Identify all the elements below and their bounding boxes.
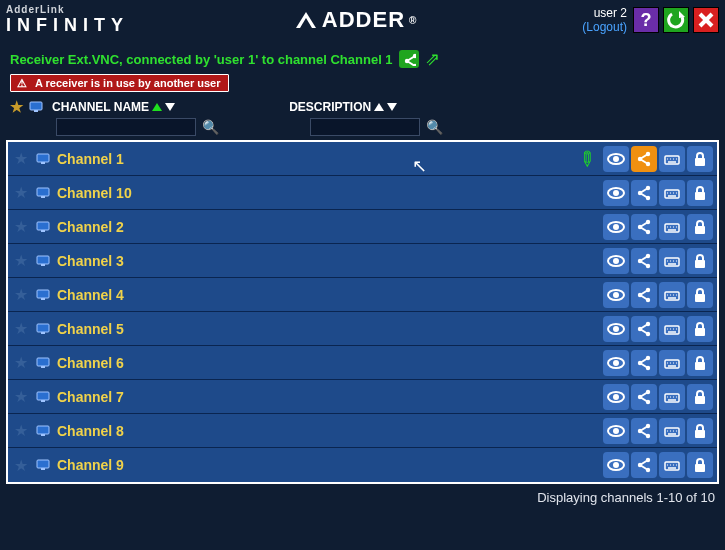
favorite-toggle[interactable]: ★ [14, 421, 30, 440]
table-row: ★Channel 4 [8, 278, 717, 312]
description-sort-asc[interactable] [374, 103, 384, 111]
monitor-column-icon[interactable] [29, 101, 44, 113]
control-button[interactable] [659, 384, 685, 410]
channel-name-header: CHANNEL NAME [52, 100, 149, 114]
view-button[interactable] [603, 214, 629, 240]
view-button[interactable] [603, 452, 629, 478]
favorite-toggle[interactable]: ★ [14, 285, 30, 304]
share-button[interactable] [631, 180, 657, 206]
control-button[interactable] [659, 418, 685, 444]
channel-name[interactable]: Channel 10 [57, 185, 597, 201]
description-search-icon[interactable]: 🔍 [426, 119, 443, 135]
monitor-icon [36, 323, 51, 335]
table-row: ★Channel 9 [8, 448, 717, 482]
channel-name[interactable]: Channel 9 [57, 457, 597, 473]
control-button[interactable] [659, 316, 685, 342]
private-button[interactable] [687, 146, 713, 172]
private-button[interactable] [687, 282, 713, 308]
favorite-toggle[interactable]: ★ [14, 149, 30, 168]
favorite-toggle[interactable]: ★ [14, 319, 30, 338]
refresh-icon [667, 11, 685, 29]
table-row: ★Channel 3 [8, 244, 717, 278]
description-sort-desc[interactable] [387, 103, 397, 111]
private-button[interactable] [687, 418, 713, 444]
control-button[interactable] [659, 452, 685, 478]
view-button[interactable] [603, 282, 629, 308]
private-button[interactable] [687, 350, 713, 376]
private-button[interactable] [687, 248, 713, 274]
user-block: user 2 (Logout) [582, 6, 627, 34]
favorite-toggle[interactable]: ★ [14, 251, 30, 270]
view-button[interactable] [603, 180, 629, 206]
table-row: ★Channel 8 [8, 414, 717, 448]
pagination-status: Displaying channels 1-10 of 10 [0, 484, 725, 505]
logout-link[interactable]: (Logout) [582, 20, 627, 34]
warning-icon: ⚠ [15, 76, 29, 90]
status-share-button[interactable] [399, 50, 419, 68]
table-row: ★Channel 5 [8, 312, 717, 346]
channel-filter-input[interactable] [56, 118, 196, 136]
connection-status: Receiver Ext.VNC, connected by 'user 1' … [10, 52, 393, 67]
view-button[interactable] [603, 248, 629, 274]
private-button[interactable] [687, 180, 713, 206]
view-button[interactable] [603, 350, 629, 376]
share-button[interactable] [631, 384, 657, 410]
view-button[interactable] [603, 418, 629, 444]
description-filter-input[interactable] [310, 118, 420, 136]
monitor-icon [36, 391, 51, 403]
channel-table: ★Channel 1✎★Channel 10★Channel 2★Channel… [6, 140, 719, 484]
description-header: DESCRIPTION [289, 100, 371, 114]
share-button[interactable] [631, 452, 657, 478]
private-button[interactable] [687, 214, 713, 240]
monitor-icon [36, 459, 51, 471]
table-row: ★Channel 1✎ [8, 142, 717, 176]
control-button[interactable] [659, 282, 685, 308]
share-button[interactable] [631, 282, 657, 308]
favorite-toggle[interactable]: ★ [14, 387, 30, 406]
channel-name[interactable]: Channel 5 [57, 321, 597, 337]
edit-icon[interactable]: ✎ [572, 144, 601, 173]
channel-name[interactable]: Channel 6 [57, 355, 597, 371]
channel-name[interactable]: Channel 4 [57, 287, 597, 303]
channel-name[interactable]: Channel 2 [57, 219, 597, 235]
private-button[interactable] [687, 452, 713, 478]
private-button[interactable] [687, 384, 713, 410]
view-button[interactable] [603, 384, 629, 410]
status-disconnect-button[interactable]: ⇗ [425, 48, 440, 70]
monitor-icon [36, 425, 51, 437]
refresh-button[interactable] [663, 7, 689, 33]
share-button[interactable] [631, 248, 657, 274]
channel-name[interactable]: Channel 8 [57, 423, 597, 439]
share-button[interactable] [631, 146, 657, 172]
private-button[interactable] [687, 316, 713, 342]
view-button[interactable] [603, 316, 629, 342]
control-button[interactable] [659, 248, 685, 274]
share-icon [402, 52, 416, 66]
control-button[interactable] [659, 214, 685, 240]
share-button[interactable] [631, 214, 657, 240]
monitor-icon [36, 187, 51, 199]
favorite-toggle[interactable]: ★ [14, 183, 30, 202]
help-button[interactable]: ? [633, 7, 659, 33]
control-button[interactable] [659, 180, 685, 206]
channel-name[interactable]: Channel 7 [57, 389, 597, 405]
channel-search-icon[interactable]: 🔍 [202, 119, 219, 135]
view-button[interactable] [603, 146, 629, 172]
favorite-column-icon[interactable]: ★ [10, 98, 23, 116]
share-button[interactable] [631, 418, 657, 444]
favorite-toggle[interactable]: ★ [14, 456, 30, 475]
control-button[interactable] [659, 350, 685, 376]
channel-name[interactable]: Channel 3 [57, 253, 597, 269]
share-button[interactable] [631, 316, 657, 342]
warning-banner: ⚠ A receiver is in use by another user [10, 74, 229, 92]
channel-sort-desc[interactable] [165, 103, 175, 111]
close-button[interactable] [693, 7, 719, 33]
control-button[interactable] [659, 146, 685, 172]
favorite-toggle[interactable]: ★ [14, 217, 30, 236]
warning-text: A receiver is in use by another user [35, 77, 220, 89]
channel-name[interactable]: Channel 1 [57, 151, 572, 167]
channel-sort-asc[interactable] [152, 103, 162, 111]
share-button[interactable] [631, 350, 657, 376]
table-row: ★Channel 10 [8, 176, 717, 210]
favorite-toggle[interactable]: ★ [14, 353, 30, 372]
